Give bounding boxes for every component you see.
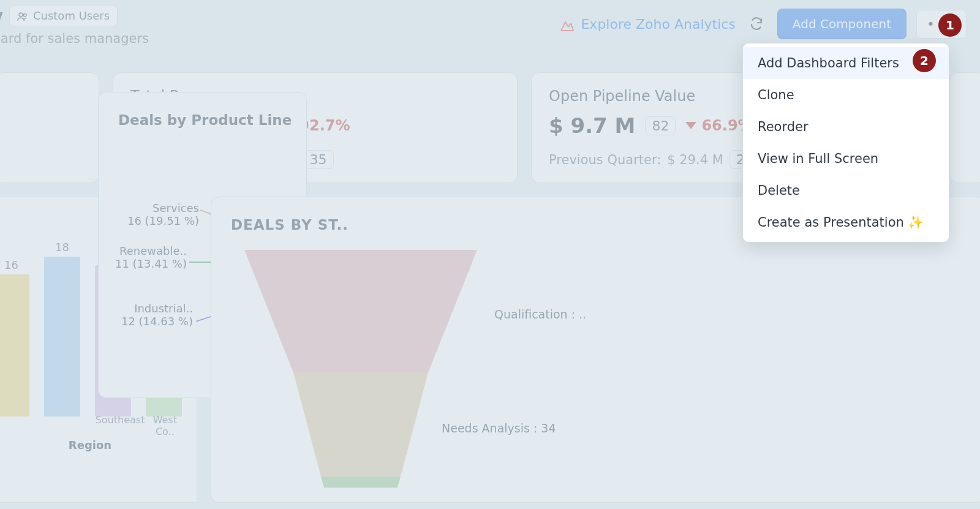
sparkle-icon: ✨ [908, 215, 924, 230]
explore-zoho-label: Explore Zoho Analytics [581, 17, 735, 32]
menu-item-reorder[interactable]: Reorder [743, 111, 949, 143]
custom-users-chip[interactable]: Custom Users [9, 5, 118, 26]
kpi-count-badge: 82 [645, 116, 676, 135]
users-icon [17, 9, 28, 22]
callout-2: 2 [913, 49, 936, 72]
bar: 18 [44, 257, 80, 417]
funnel-label-needs: Needs Analysis : 34 [442, 421, 556, 435]
bar-axis-title: Region [0, 439, 182, 451]
refresh-button[interactable] [745, 13, 767, 35]
custom-users-label: Custom Users [33, 9, 110, 22]
bar: 16 [0, 274, 29, 417]
callout-1: 1 [938, 13, 962, 37]
svg-point-0 [19, 13, 23, 17]
kpi-prev-value: $ 29.4 M [667, 153, 723, 167]
menu-item-delete[interactable]: Delete [743, 175, 949, 206]
menu-item-fullscreen[interactable]: View in Full Screen [743, 143, 949, 175]
svg-marker-2 [244, 250, 477, 372]
dashboard-title-fragment: v [0, 7, 3, 25]
more-menu-dropdown: Add Dashboard Filters Clone Reorder View… [742, 43, 949, 243]
kpi-card-offscreen-right [949, 72, 980, 183]
bar-x-label: West Co.. [148, 414, 182, 437]
kpi-prev-label: Previous Quarter: [549, 153, 661, 167]
add-component-button[interactable]: Add Component [777, 9, 907, 39]
analytics-icon [560, 17, 575, 32]
funnel-label-qualification: Qualification : .. [494, 307, 586, 321]
panel-funnel-chart[interactable]: DEALS BY ST.. Qualification : .. Needs A… [211, 197, 980, 503]
svg-point-1 [23, 14, 26, 17]
kpi-prev-count-badge: 35 [303, 150, 334, 169]
kpi-card-offscreen-left [0, 72, 99, 183]
pie-label-industrial: Industrial..12 (14.63 %) [119, 302, 193, 328]
kpi-value: $ 9.7 M [549, 113, 635, 138]
down-triangle-icon [685, 122, 696, 129]
bar-x-label: Southeast [96, 414, 134, 437]
menu-item-presentation[interactable]: Create as Presentation✨ [743, 206, 949, 238]
svg-marker-4 [321, 477, 401, 488]
explore-zoho-link[interactable]: Explore Zoho Analytics [560, 17, 735, 32]
pie-label-services: Services16 (19.51 %) [126, 202, 199, 227]
svg-marker-3 [293, 372, 428, 477]
panel-title: Deals by Product Line [118, 112, 292, 128]
menu-item-clone[interactable]: Clone [743, 79, 949, 111]
funnel-chart: Qualification : .. Needs Analysis : 34 [226, 244, 970, 489]
pie-label-renewable: Renewable..11 (13.41 %) [113, 244, 187, 270]
